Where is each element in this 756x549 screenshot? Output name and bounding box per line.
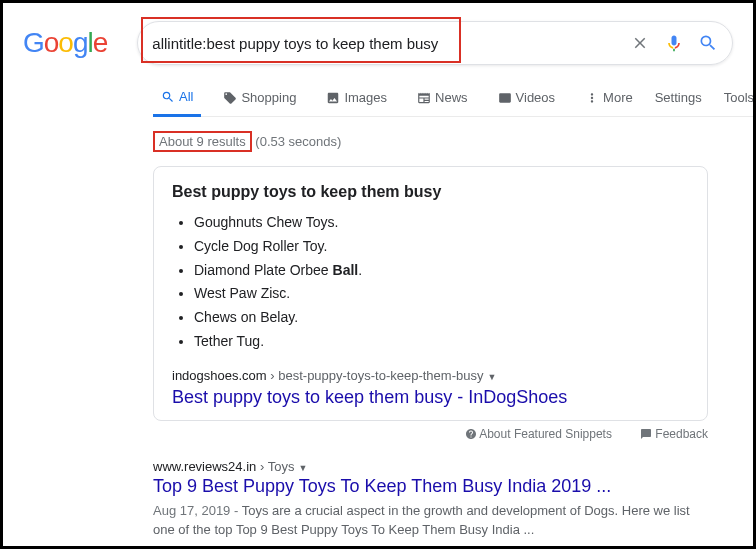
search-icon[interactable] (698, 33, 718, 53)
tab-videos[interactable]: Videos (490, 80, 564, 115)
featured-link[interactable]: Best puppy toys to keep them busy - InDo… (172, 387, 689, 408)
search-small-icon (161, 90, 175, 104)
result-stats: About 9 results (0.53 seconds) (153, 131, 753, 152)
result-snippet: Aug 17, 2019 - Toys are a crucial aspect… (153, 501, 708, 540)
settings-link[interactable]: Settings (655, 80, 702, 115)
feedback-icon (640, 428, 652, 440)
list-item: Diamond Plate Orbee Ball. (194, 259, 689, 283)
news-icon (417, 91, 431, 105)
result-count: About 9 results (153, 131, 252, 152)
list-item: West Paw Zisc. (194, 282, 689, 306)
tab-more[interactable]: More (577, 80, 641, 115)
chevron-down-icon[interactable]: ▼ (298, 463, 307, 473)
search-input[interactable] (152, 35, 616, 52)
tab-shopping[interactable]: Shopping (215, 80, 304, 115)
chevron-down-icon[interactable]: ▼ (487, 372, 496, 382)
list-item: Chews on Belay. (194, 306, 689, 330)
tab-news[interactable]: News (409, 80, 476, 115)
voice-search-icon[interactable] (664, 33, 684, 53)
search-bar[interactable] (137, 21, 733, 65)
google-logo[interactable]: Google (23, 27, 107, 59)
tools-link[interactable]: Tools (724, 80, 754, 115)
featured-title: Best puppy toys to keep them busy (172, 183, 689, 201)
tag-icon (223, 91, 237, 105)
featured-list: Goughnuts Chew Toys. Cycle Dog Roller To… (172, 211, 689, 354)
tab-all[interactable]: All (153, 79, 201, 117)
play-icon (498, 91, 512, 105)
tab-images[interactable]: Images (318, 80, 395, 115)
search-tabs: All Shopping Images News Videos More Set… (153, 79, 753, 117)
feedback-link[interactable]: Feedback (640, 427, 708, 441)
list-item: Cycle Dog Roller Toy. (194, 235, 689, 259)
result-cite: www.reviews24.in › Toys▼ (153, 459, 708, 474)
result-title-link[interactable]: Top 9 Best Puppy Toys To Keep Them Busy … (153, 476, 708, 497)
list-item: Tether Tug. (194, 330, 689, 354)
search-result: www.reviews24.in › Toys▼ Top 9 Best Pupp… (153, 459, 708, 540)
list-item: Goughnuts Chew Toys. (194, 211, 689, 235)
help-icon (465, 428, 477, 440)
image-icon (326, 91, 340, 105)
featured-snippet: Best puppy toys to keep them busy Goughn… (153, 166, 708, 421)
clear-icon[interactable] (630, 33, 650, 53)
more-icon (585, 91, 599, 105)
result-time: (0.53 seconds) (252, 134, 342, 149)
featured-cite: indogshoes.com › best-puppy-toys-to-keep… (172, 368, 689, 383)
about-snippets-link[interactable]: About Featured Snippets (465, 427, 612, 441)
